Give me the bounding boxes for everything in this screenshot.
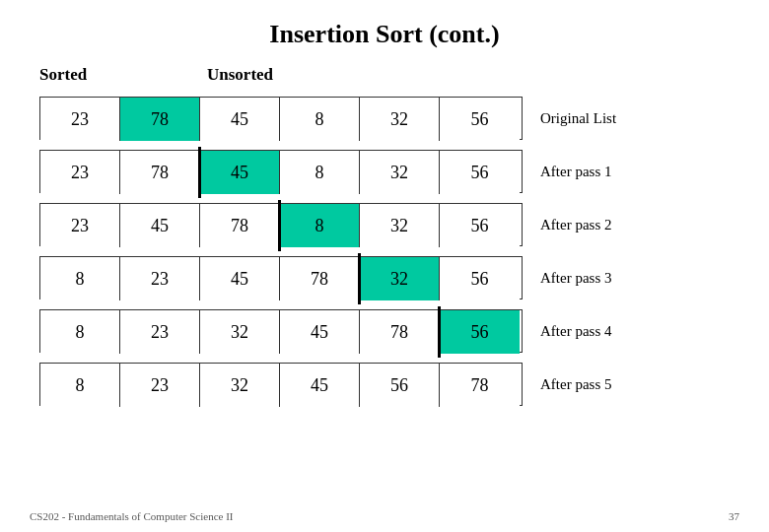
- cell-pass4-2: 32: [200, 310, 280, 354]
- cell-pass5-3: 45: [280, 364, 360, 407]
- array-pass1: 23784583256: [39, 150, 523, 193]
- cell-pass3-3: 78: [280, 257, 360, 300]
- cell-pass2-4: 32: [360, 204, 440, 247]
- cell-pass2-3: 8: [280, 204, 360, 247]
- cell-pass3-2: 45: [200, 257, 280, 300]
- cell-original-4: 32: [360, 98, 440, 141]
- cell-pass5-1: 23: [120, 364, 200, 407]
- row-pass1: 23784583256After pass 1: [30, 146, 739, 197]
- array-pass5: 82332455678: [39, 363, 523, 406]
- cell-original-1: 78: [120, 98, 200, 141]
- cell-original-3: 8: [280, 98, 360, 141]
- footer: CS202 - Fundamentals of Computer Science…: [0, 510, 769, 522]
- cell-pass4-5: 56: [440, 310, 520, 354]
- cell-pass4-1: 23: [120, 310, 200, 354]
- row-pass5: 82332455678After pass 5: [30, 359, 739, 410]
- array-pass4: 82332457856: [39, 309, 523, 353]
- rows-container: 23784583256Original List23784583256After…: [30, 93, 739, 410]
- footer-right: 37: [729, 510, 739, 522]
- array-pass3: 82345783256: [39, 256, 523, 299]
- unsorted-label: Unsorted: [207, 65, 273, 85]
- cell-pass1-4: 32: [360, 151, 440, 194]
- cell-pass1-0: 23: [40, 151, 120, 194]
- cell-pass2-2: 78: [200, 204, 280, 247]
- cell-pass5-4: 56: [360, 364, 440, 407]
- row-pass4: 82332457856After pass 4: [30, 305, 739, 357]
- footer-left: CS202 - Fundamentals of Computer Science…: [30, 510, 234, 522]
- cell-pass1-5: 56: [440, 151, 520, 194]
- cell-pass1-2: 45: [200, 151, 280, 194]
- row-label-pass4: After pass 4: [540, 323, 611, 340]
- cell-original-2: 45: [200, 98, 280, 141]
- cell-pass1-1: 78: [120, 151, 200, 194]
- cell-pass1-3: 8: [280, 151, 360, 194]
- row-label-pass5: After pass 5: [540, 376, 611, 393]
- row-label-pass3: After pass 3: [540, 270, 611, 287]
- cell-pass3-1: 23: [120, 257, 200, 300]
- row-label-original: Original List: [540, 110, 616, 127]
- row-label-pass1: After pass 1: [540, 164, 611, 180]
- page-title: Insertion Sort (cont.): [30, 20, 739, 49]
- cell-pass2-0: 23: [40, 204, 120, 247]
- array-original: 23784583256: [39, 97, 523, 140]
- cell-pass4-3: 45: [280, 310, 360, 354]
- row-original: 23784583256Original List: [30, 93, 739, 144]
- row-pass2: 23457883256After pass 2: [30, 199, 739, 250]
- cell-original-0: 23: [40, 98, 120, 141]
- sorted-label: Sorted: [39, 65, 187, 85]
- cell-pass2-1: 45: [120, 204, 200, 247]
- cell-pass5-0: 8: [40, 364, 120, 407]
- array-pass2: 23457883256: [39, 203, 523, 246]
- cell-pass4-0: 8: [40, 310, 120, 354]
- cell-pass2-5: 56: [440, 204, 520, 247]
- column-labels: Sorted Unsorted: [30, 65, 739, 85]
- cell-pass5-2: 32: [200, 364, 280, 407]
- cell-pass5-5: 78: [440, 364, 520, 407]
- cell-pass4-4: 78: [360, 310, 440, 354]
- row-label-pass2: After pass 2: [540, 217, 611, 233]
- page: Insertion Sort (cont.) Sorted Unsorted 2…: [0, 0, 769, 532]
- cell-pass3-0: 8: [40, 257, 120, 300]
- cell-original-5: 56: [440, 98, 520, 141]
- cell-pass3-4: 32: [360, 257, 440, 300]
- row-pass3: 82345783256After pass 3: [30, 252, 739, 303]
- cell-pass3-5: 56: [440, 257, 520, 300]
